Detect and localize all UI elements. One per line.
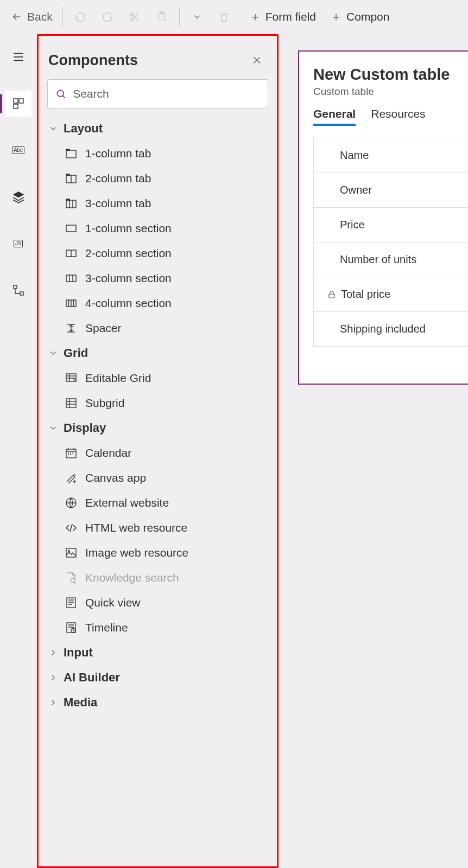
svg-rect-4: [14, 99, 18, 103]
components-panel: Components Layout 1-column tab 2-column …: [37, 34, 279, 868]
item-spacer[interactable]: Spacer: [45, 316, 270, 341]
arrow-left-icon: [11, 11, 23, 23]
svg-rect-13: [66, 225, 76, 232]
field-row[interactable]: Name: [314, 138, 468, 173]
item-1-column-tab[interactable]: 1-column tab: [45, 141, 270, 166]
field-row[interactable]: Owner: [314, 173, 468, 208]
tree-icon: [12, 284, 25, 297]
form-canvas: New Custom table Custom table General Re…: [279, 34, 468, 868]
group-header-display[interactable]: Display: [45, 416, 270, 441]
search-box[interactable]: [47, 79, 268, 108]
group-header-ai-builder[interactable]: AI Builder: [45, 665, 270, 690]
redo-icon: [102, 11, 113, 23]
clipboard-icon: [156, 11, 168, 23]
group-header-input[interactable]: Input: [45, 640, 270, 665]
component-label: Compon: [346, 10, 389, 23]
svg-rect-6: [14, 104, 18, 108]
item-label: 2-column tab: [85, 172, 151, 185]
hamburger-button[interactable]: [5, 44, 31, 70]
item-external-website[interactable]: External website: [45, 490, 270, 515]
search-input[interactable]: [73, 87, 260, 100]
form-tabs: General Resources: [313, 107, 468, 126]
paste-button[interactable]: [149, 4, 175, 30]
form-card[interactable]: New Custom table Custom table General Re…: [298, 50, 468, 385]
item-label: Timeline: [85, 621, 128, 634]
field-row[interactable]: Total price: [314, 277, 468, 312]
group-label: Display: [64, 421, 106, 435]
group-header-media[interactable]: Media: [45, 690, 270, 715]
delete-button[interactable]: [211, 4, 237, 30]
two-col-sec-icon: [65, 249, 77, 258]
one-col-tab-icon: [65, 148, 77, 159]
dropdown-button[interactable]: [184, 4, 210, 30]
plus-icon: ＋: [330, 9, 342, 25]
add-component-button[interactable]: ＋ Compon: [324, 5, 396, 28]
chevron-right-icon: [48, 648, 58, 658]
item-2-column-section[interactable]: 2-column section: [45, 241, 270, 266]
svg-rect-27: [329, 294, 335, 298]
item-1-column-section[interactable]: 1-column section: [45, 216, 270, 241]
svg-rect-7: [14, 285, 17, 289]
svg-rect-18: [66, 399, 76, 407]
item-label: 4-column section: [85, 297, 172, 310]
rail-js[interactable]: JS: [5, 231, 31, 257]
item-3-column-tab[interactable]: 3-column tab: [45, 191, 270, 216]
group-label: Input: [64, 646, 93, 660]
group-label: Media: [64, 695, 97, 710]
three-col-sec-icon: [65, 274, 77, 283]
tab-general[interactable]: General: [313, 107, 356, 126]
svg-rect-5: [19, 99, 23, 103]
svg-rect-12: [66, 200, 76, 208]
components-icon: [12, 97, 25, 110]
item-label: Spacer: [85, 322, 122, 335]
rail-layers[interactable]: [5, 184, 31, 210]
item-label: HTML web resource: [85, 521, 187, 534]
item-timeline[interactable]: Timeline: [45, 615, 270, 640]
group-header-grid[interactable]: Grid: [45, 341, 270, 366]
canvas-icon: [65, 472, 77, 484]
group-header-layout[interactable]: Layout: [45, 116, 270, 141]
field-list: Name Owner Price Number of units Total p…: [313, 138, 468, 347]
back-button[interactable]: Back: [5, 7, 58, 27]
add-form-field-button[interactable]: ＋ Form field: [243, 5, 322, 28]
svg-rect-10: [66, 150, 76, 158]
toolbar-divider: [62, 7, 63, 27]
item-label: 2-column section: [85, 247, 172, 260]
rail-abc[interactable]: Abc: [5, 137, 31, 163]
undo-icon: [74, 11, 86, 23]
item-editable-grid[interactable]: Editable Grid: [45, 366, 270, 391]
item-image-web-resource[interactable]: Image web resource: [45, 540, 270, 565]
chevron-right-icon: [48, 698, 58, 707]
form-title: New Custom table: [313, 66, 468, 84]
item-label: Knowledge search: [85, 571, 179, 584]
scissors-icon: [129, 11, 141, 23]
field-row[interactable]: Number of units: [314, 242, 468, 277]
cut-button[interactable]: [122, 4, 148, 30]
item-2-column-tab[interactable]: 2-column tab: [45, 166, 270, 191]
spacer-icon: [65, 323, 77, 334]
undo-button[interactable]: [67, 4, 93, 30]
svg-point-22: [68, 551, 70, 552]
field-row[interactable]: Price: [314, 208, 468, 242]
menu-icon: [11, 50, 26, 64]
item-html-web-resource[interactable]: HTML web resource: [45, 515, 270, 540]
item-label: Editable Grid: [85, 372, 151, 385]
group-label: AI Builder: [64, 671, 120, 685]
item-3-column-section[interactable]: 3-column section: [45, 266, 270, 291]
item-calendar[interactable]: Calendar: [45, 441, 270, 465]
group-label: Grid: [64, 346, 88, 360]
item-subgrid[interactable]: Subgrid: [45, 391, 270, 416]
field-row[interactable]: Shipping included: [314, 312, 468, 347]
item-quick-view[interactable]: Quick view: [45, 590, 270, 615]
close-icon: [251, 54, 263, 66]
rail-components[interactable]: [5, 91, 31, 117]
item-4-column-section[interactable]: 4-column section: [45, 291, 270, 316]
redo-button[interactable]: [94, 4, 121, 30]
search-icon: [55, 88, 66, 100]
item-canvas-app[interactable]: Canvas app: [45, 465, 270, 490]
tab-resources[interactable]: Resources: [371, 107, 425, 126]
rail-tree[interactable]: [5, 277, 31, 303]
field-label: Owner: [340, 184, 372, 196]
close-panel-button[interactable]: [248, 51, 266, 69]
svg-point-23: [71, 578, 75, 583]
